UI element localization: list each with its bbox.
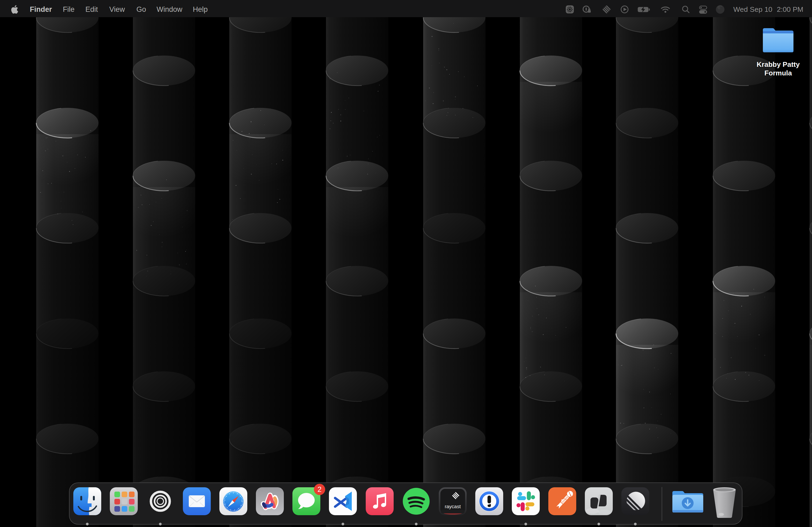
svg-text:raycast: raycast [445,504,461,509]
